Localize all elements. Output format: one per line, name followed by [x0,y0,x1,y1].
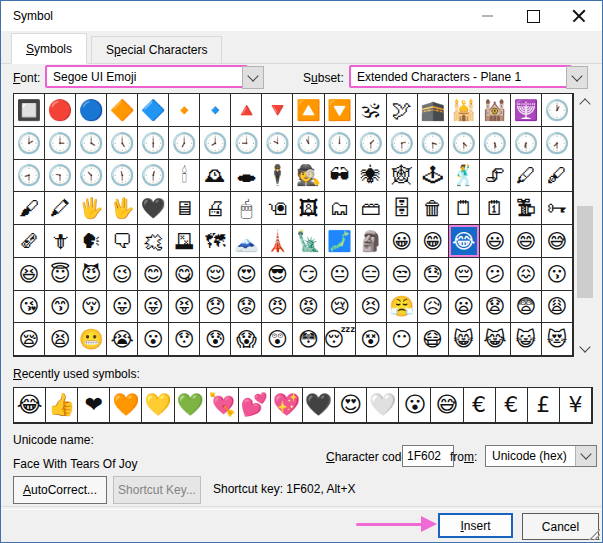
from-combobox[interactable]: Unicode (hex) [485,445,597,467]
symbol-cell[interactable]: 🕜 [356,127,387,160]
symbol-cell[interactable]: 🕧 [138,160,169,193]
symbol-cell[interactable]: 🔴 [45,94,76,127]
symbol-cell[interactable]: 🖊 [511,160,542,193]
symbol-cell[interactable]: 🗨 [107,225,138,258]
symbol-cell[interactable]: 🗃 [356,192,387,225]
symbol-cell[interactable]: 😣 [356,291,387,324]
grid-scrollbar[interactable] [576,93,594,357]
symbol-cell[interactable]: 😕 [480,258,511,291]
symbol-cell[interactable]: 😦 [449,291,480,324]
symbol-cell[interactable]: 🗺 [200,225,231,258]
symbol-cell[interactable]: 🗽 [293,225,324,258]
symbol-cell[interactable]: 🕋 [418,94,449,127]
symbol-cell[interactable]: 😠 [262,291,293,324]
symbol-cell[interactable]: 😁 [418,225,449,258]
recent-symbol-cell[interactable]: 💘 [207,388,239,423]
symbol-cell[interactable]: 🕴 [262,160,293,193]
symbol-cell[interactable]: 🖱 [231,192,262,225]
symbol-cell[interactable]: 🕍 [480,94,511,127]
symbol-cell[interactable]: 🕯 [169,160,200,193]
symbol-cell[interactable]: 🕘 [231,127,262,160]
symbol-cell[interactable]: 🗳 [169,225,200,258]
symbol-cell[interactable]: 🖲 [262,192,293,225]
recent-symbol-cell[interactable]: 😂 [14,388,46,423]
symbol-cell[interactable]: 🔶 [107,94,138,127]
symbol-cell[interactable]: 🔻 [262,94,293,127]
recent-symbol-cell[interactable]: 👍 [46,388,78,423]
symbol-cell[interactable]: 😔 [449,258,480,291]
symbol-cell[interactable]: 😶 [387,323,418,356]
symbol-cell[interactable]: 😒 [387,258,418,291]
symbol-cell[interactable]: 😴 [325,323,356,356]
close-button[interactable] [556,1,602,31]
symbol-cell[interactable]: 🖐 [76,192,107,225]
symbol-cell[interactable]: 🖥 [169,192,200,225]
symbol-cell[interactable]: 😉 [107,258,138,291]
symbol-cell[interactable]: 😇 [45,258,76,291]
symbol-cell[interactable]: 🕌 [449,94,480,127]
recent-symbol-cell[interactable]: ❤ [78,388,110,423]
symbol-cell[interactable]: 🕉 [356,94,387,127]
symbol-cell[interactable]: 🕸 [387,160,418,193]
symbol-cell[interactable]: 🕐 [542,94,573,127]
symbol-cell[interactable]: 😢 [325,291,356,324]
symbol-cell[interactable]: 🗑 [418,192,449,225]
subset-combobox[interactable]: Extended Characters - Plane 1 [349,65,572,88]
symbol-cell[interactable]: 🗼 [262,225,293,258]
symbol-cell[interactable]: 😑 [356,258,387,291]
symbol-cell[interactable]: 😤 [387,291,418,324]
symbol-cell[interactable]: 😜 [138,291,169,324]
symbol-cell[interactable]: 🕢 [542,127,573,160]
symbol-cell[interactable]: 🕔 [107,127,138,160]
symbol-cell[interactable]: 🕥 [76,160,107,193]
recent-symbol-cell[interactable]: € [496,388,528,423]
symbol-cell[interactable]: 😏 [293,258,324,291]
symbol-cell[interactable]: 🕕 [138,127,169,160]
symbol-cell[interactable]: 🕵 [293,160,324,193]
symbol-cell[interactable]: 😫 [45,323,76,356]
symbol-cell[interactable]: 😈 [76,258,107,291]
symbol-cell[interactable]: 😧 [480,291,511,324]
symbol-cell[interactable]: 🖤 [138,192,169,225]
recent-symbol-cell[interactable]: 😍 [335,388,367,423]
symbol-cell[interactable]: 🔹 [200,94,231,127]
symbol-cell[interactable]: 🔲 [14,94,45,127]
symbol-cell[interactable]: 🕎 [511,94,542,127]
symbol-cell[interactable]: 🗄 [387,192,418,225]
symbol-cell[interactable]: 🕹 [418,160,449,193]
symbol-cell[interactable]: 🔽 [325,94,356,127]
symbol-cell[interactable]: 🕰 [200,160,231,193]
symbol-cell[interactable]: 🕝 [387,127,418,160]
symbol-cell[interactable]: 😘 [14,291,45,324]
symbol-cell[interactable]: 😮 [138,323,169,356]
symbol-cell[interactable]: 🗒 [449,192,480,225]
symbol-cell[interactable]: 🔼 [293,94,324,127]
symbol-cell[interactable]: 🗂 [325,192,356,225]
symbol-cell-selected[interactable]: 😂 [449,225,480,258]
symbol-cell[interactable]: 😯 [169,323,200,356]
symbol-cell[interactable]: 😎 [262,258,293,291]
recent-symbol-cell[interactable]: 💛 [142,388,174,423]
symbol-cell[interactable]: 😊 [138,258,169,291]
symbol-cell[interactable]: 🕡 [511,127,542,160]
symbol-cell[interactable]: 🔷 [138,94,169,127]
symbol-cell[interactable]: 🖋 [542,160,573,193]
autocorrect-button[interactable]: AutoCorrect... [13,476,107,504]
recent-symbol-cell[interactable]: 💕 [239,388,271,423]
tab-symbols[interactable]: Symbols [11,33,87,64]
symbol-cell[interactable]: 🖌 [14,192,45,225]
minimize-button[interactable] [464,1,510,31]
resize-grip[interactable] [587,527,600,540]
recent-symbol-cell[interactable]: 🧡 [110,388,142,423]
recent-symbol-cell[interactable]: 💖 [271,388,303,423]
recent-symbol-cell[interactable]: 🤍 [367,388,399,423]
symbol-cell[interactable]: 🖖 [107,192,138,225]
symbol-cell[interactable]: 🗓 [480,192,511,225]
symbol-cell[interactable]: 🕖 [169,127,200,160]
symbol-cell[interactable]: 🗝 [542,192,573,225]
symbol-cell[interactable]: 😟 [231,291,262,324]
symbol-cell[interactable]: 😍 [231,258,262,291]
symbol-cell[interactable]: 🗯 [138,225,169,258]
symbol-cell[interactable]: 😌 [200,258,231,291]
insert-button[interactable]: Insert [438,513,513,538]
